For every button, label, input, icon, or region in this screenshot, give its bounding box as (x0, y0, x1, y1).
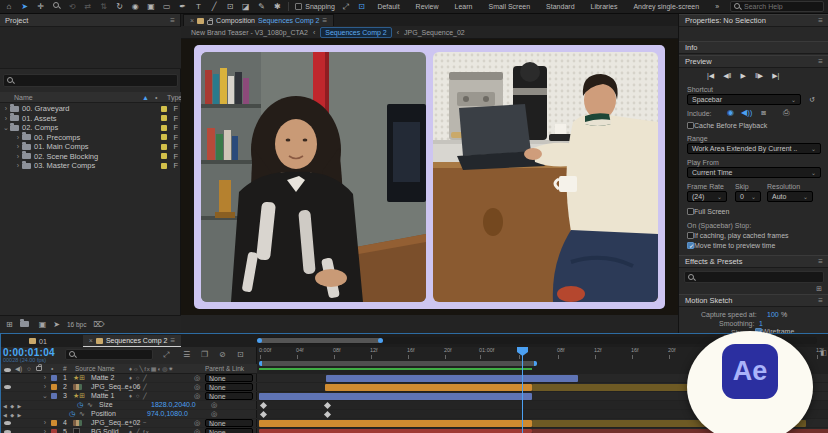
label-color-swatch[interactable] (161, 115, 167, 121)
capture-speed-value[interactable]: 100 (767, 311, 779, 318)
layer-switches[interactable]: ♦ ○ − (129, 419, 148, 425)
property-value[interactable]: 1828.0,2040.0 (151, 401, 196, 408)
graph-icon[interactable]: ∿ (87, 401, 93, 409)
layer-label-color[interactable] (51, 429, 57, 433)
panel-menu-icon[interactable]: ≡ (818, 57, 823, 66)
graph-icon[interactable]: ∿ (79, 410, 85, 418)
project-item-main-comps[interactable]: ›01. Main CompsF (0, 142, 181, 152)
collapse-arrow-icon[interactable]: ⌄ (2, 124, 10, 132)
play-icon[interactable]: ▶ (740, 72, 745, 80)
grid-guides-icon[interactable]: ⊡ (357, 0, 367, 13)
layer-name[interactable]: Matte 1 (91, 392, 114, 399)
panel-menu-icon[interactable]: ≡ (170, 16, 175, 25)
skip-dropdown[interactable]: 0⌄ (735, 191, 761, 202)
properties-panel-header[interactable]: Properties: No Selection ≡ (679, 14, 828, 27)
close-icon[interactable]: × (89, 337, 93, 344)
pick-whip-icon[interactable]: ◎ (194, 383, 200, 391)
pick-whip-icon[interactable]: ◎ (194, 392, 200, 400)
column-name[interactable]: Name (14, 94, 33, 101)
pick-whip-icon[interactable]: ◎ (211, 410, 217, 418)
property-name[interactable]: Size (99, 401, 113, 408)
sort-arrow-icon[interactable]: ▲ (142, 94, 149, 101)
project-search-box[interactable] (3, 74, 178, 87)
frame-rate-dropdown[interactable]: (24)⌄ (687, 191, 727, 202)
move-time-row[interactable]: Move time to preview time (687, 242, 775, 249)
workspace-libraries[interactable]: Libraries (591, 3, 618, 10)
snapping-toggle[interactable]: Snapping (295, 3, 335, 10)
expand-arrow-icon[interactable]: › (2, 105, 10, 112)
cache-checkbox[interactable] (687, 122, 694, 129)
label-color-swatch[interactable] (161, 106, 167, 112)
work-area-bar[interactable] (259, 361, 537, 366)
timeline-tab-sequences-comp-2[interactable]: × Sequences Comp 2 ≡ (83, 335, 181, 347)
comp-marker-button[interactable]: ◧ (820, 349, 827, 357)
shape-tool-icon[interactable]: ▭ (162, 0, 172, 13)
panel-menu-icon[interactable]: ≡ (323, 16, 328, 25)
brush-tool-icon[interactable]: ╱ (209, 0, 219, 13)
full-screen-row[interactable]: Full Screen (687, 208, 729, 215)
layer-bar-bg-solid[interactable] (259, 429, 532, 433)
layer-bar-matte-1[interactable] (259, 393, 532, 400)
label-color-swatch[interactable] (161, 125, 167, 131)
project-item-graveyard[interactable]: ›00. GraveyardF (0, 104, 181, 114)
layer-row-matte-1[interactable]: ⌄ 3 ★⊞ Matte 1 ♦ ○ ╱ ◎ None⌄ (1, 392, 257, 401)
last-frame-icon[interactable]: ▶| (772, 72, 779, 80)
parent-dropdown[interactable]: None⌄ (205, 428, 253, 433)
panel-menu-icon[interactable]: ≡ (170, 336, 175, 345)
project-item-master-comps[interactable]: ›03. Master CompsF (0, 161, 181, 171)
layer-row-bg-solid[interactable]: › 5 BG Solid ♦ ╱ fx ◎ None⌄ (1, 428, 257, 433)
timeline-zoom-handle[interactable] (259, 338, 381, 343)
play-from-dropdown[interactable]: Current Time⌄ (687, 167, 821, 178)
graph-editor-toggle-icon[interactable]: ⊡ (237, 350, 244, 359)
project-panel-header[interactable]: Project ≡ (0, 14, 180, 27)
project-item-assets[interactable]: ›01. AssetsF (0, 114, 181, 124)
timeline-search-box[interactable] (65, 349, 153, 360)
project-item-scene-blocking[interactable]: ›02. Scene BlockingF (0, 152, 181, 162)
pan-camera-tool-icon[interactable]: ⇄ (83, 0, 93, 13)
layer-row-matte-2[interactable]: › 1 ★⊞ Matte 2 ♦ ○ ╱ ◎ None⌄ (1, 374, 257, 383)
parent-dropdown[interactable]: None⌄ (205, 392, 253, 400)
workspace-review[interactable]: Review (416, 3, 439, 10)
pick-whip-icon[interactable]: ◎ (194, 374, 200, 382)
project-search-input[interactable] (17, 77, 174, 84)
search-help-input[interactable] (744, 3, 822, 10)
keyframe-navigator[interactable]: ◀ ◆ ▶ (3, 403, 22, 409)
project-item-comps[interactable]: ⌄02. CompsF (0, 123, 181, 133)
interpret-footage-icon[interactable]: ⊞ (6, 320, 13, 329)
layer-name[interactable]: Matte 2 (91, 374, 114, 381)
dolly-camera-tool-icon[interactable]: ⇅ (99, 0, 109, 13)
stopwatch-icon[interactable]: ◷ (69, 410, 75, 418)
project-bit-depth[interactable]: 16 bpc (67, 321, 87, 328)
timeline-search-input[interactable] (79, 351, 149, 358)
parent-dropdown[interactable]: None⌄ (205, 374, 253, 382)
layer-bar-jpg-seq-02[interactable] (259, 420, 532, 427)
rotate-tool-icon[interactable]: ↻ (115, 0, 125, 13)
snapping-checkbox[interactable] (295, 3, 302, 10)
layer-label-color[interactable] (51, 393, 57, 399)
next-frame-icon[interactable]: ‖▶ (755, 72, 763, 80)
source-name-header[interactable]: Source Name (75, 365, 115, 372)
column-type[interactable]: Type (167, 94, 182, 101)
orbit-camera-tool-icon[interactable]: ⟲ (67, 0, 77, 13)
label-color-swatch[interactable] (161, 144, 167, 150)
preview-panel-header[interactable]: Preview ≡ (679, 55, 828, 68)
include-audio-speaker-icon[interactable]: ◀)) (741, 108, 752, 117)
eraser-tool-icon[interactable]: ◪ (241, 0, 251, 13)
keyframe-navigator[interactable]: ◀ ◆ ▶ (3, 412, 22, 418)
expand-arrow-icon[interactable]: › (41, 383, 49, 390)
play-cached-frames-row[interactable]: If caching, play cached frames (687, 232, 789, 239)
new-folder-icon[interactable] (20, 320, 32, 329)
composition-viewer[interactable] (181, 39, 678, 315)
include-overlays-icon[interactable]: ⧈ (761, 108, 766, 118)
layer-label-color[interactable] (51, 375, 57, 381)
expand-arrow-icon[interactable]: › (14, 143, 22, 150)
layer-label-color[interactable] (51, 420, 57, 426)
expand-arrow-icon[interactable]: › (41, 419, 49, 426)
search-help-box[interactable] (730, 1, 824, 12)
property-row-size[interactable]: ◀ ◆ ▶ ◷ ∿ Size 1828.0,2040.0 ◎ (1, 401, 257, 410)
workspace-standard[interactable]: Standard (546, 3, 574, 10)
expand-arrow-icon[interactable]: › (14, 134, 22, 141)
pen-tool-icon[interactable]: ✒ (178, 0, 188, 13)
resolution-quality-dropdown[interactable]: Auto⌄ (767, 191, 813, 202)
workspace-small-screen[interactable]: Small Screen (488, 3, 530, 10)
